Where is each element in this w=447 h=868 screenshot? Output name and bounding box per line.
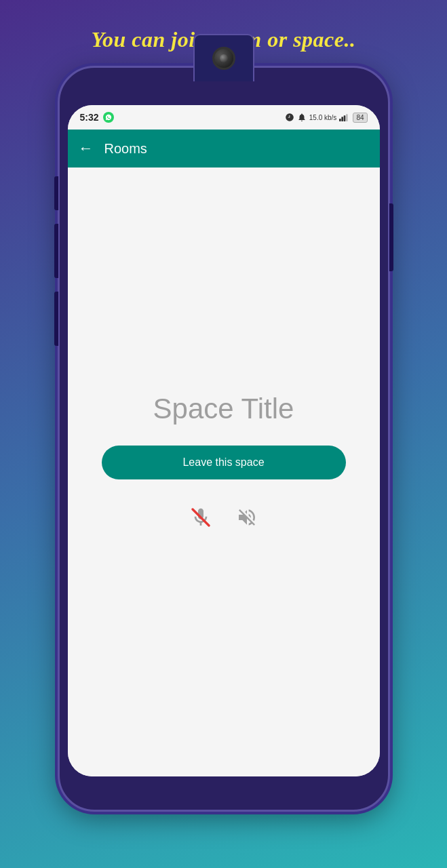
camera-popup [193, 34, 254, 81]
phone-shell: 5:32 15.0 kb/s [58, 66, 390, 812]
leave-space-button[interactable]: Leave this space [102, 446, 346, 479]
mic-off-button[interactable] [187, 504, 214, 531]
bottom-bar [68, 756, 380, 776]
svg-rect-3 [346, 114, 348, 121]
controls [187, 504, 260, 531]
svg-rect-2 [344, 115, 346, 121]
side-button-right [389, 203, 393, 271]
app-bar-title: Rooms [104, 141, 147, 157]
back-button[interactable]: ← [79, 140, 94, 157]
camera-lens-inner [220, 54, 228, 62]
side-button-bot [54, 292, 58, 346]
camera-lens [212, 47, 235, 70]
space-title: Space Title [153, 393, 294, 425]
battery-icon: 84 [353, 113, 367, 123]
signal-icon [339, 113, 350, 122]
alarm-icon [285, 113, 294, 122]
status-icons: 15.0 kb/s 84 [285, 113, 368, 123]
bell-icon [297, 113, 307, 122]
volume-off-button[interactable] [233, 504, 260, 531]
whatsapp-icon [103, 112, 114, 123]
network-speed: 15.0 kb/s [309, 114, 337, 121]
screen: 5:32 15.0 kb/s [68, 105, 380, 776]
main-content: Space Title Leave this space [68, 167, 380, 756]
svg-rect-0 [339, 119, 341, 121]
svg-rect-1 [342, 117, 344, 121]
side-button-top [54, 176, 58, 210]
status-bar: 5:32 15.0 kb/s [68, 105, 380, 130]
status-time: 5:32 [80, 112, 99, 123]
app-bar: ← Rooms [68, 130, 380, 167]
side-button-mid [54, 224, 58, 278]
